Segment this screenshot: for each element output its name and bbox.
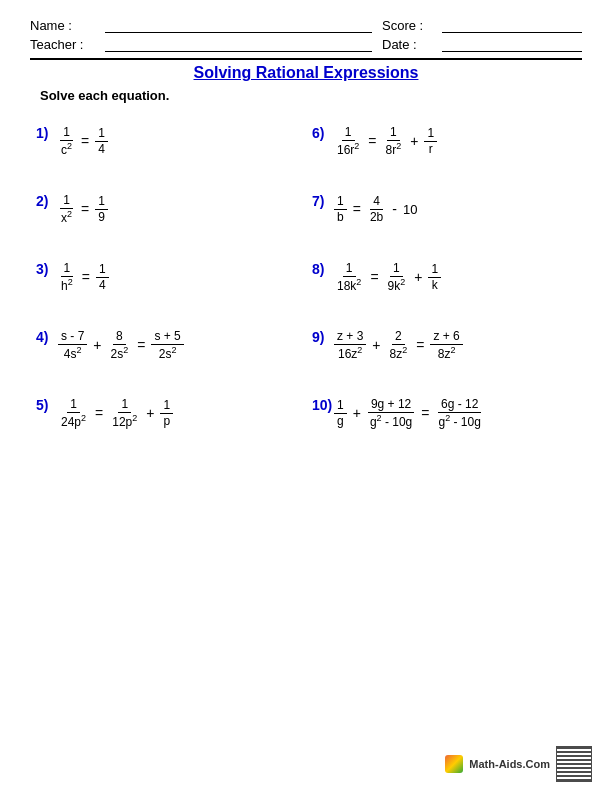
qr-code	[556, 746, 592, 782]
problem-9: 9) z + 3 16z2 + 2 8z2 = z + 6 8z2	[306, 311, 582, 379]
problem-8: 8) 1 18k2 = 1 9k2 + 1 k	[306, 243, 582, 311]
name-label: Name :	[30, 18, 95, 33]
problem-1-expr: 1 c2 = 1 4	[58, 125, 108, 157]
teacher-row: Teacher : Date :	[30, 37, 582, 52]
problem-9-expr: z + 3 16z2 + 2 8z2 = z + 6 8z2	[334, 329, 463, 361]
problem-6-number: 6)	[312, 117, 334, 141]
problem-6: 6) 1 16r2 = 1 8r2 + 1 r	[306, 107, 582, 175]
name-row: Name : Score :	[30, 18, 582, 33]
problem-4: 4) s - 7 4s2 + 8 2s2 = s + 5 2s2	[30, 311, 306, 379]
problem-2: 2) 1 x2 = 1 9	[30, 175, 306, 243]
problem-9-number: 9)	[312, 321, 334, 345]
problem-5-expr: 1 24p2 = 1 12p2 + 1 p	[58, 397, 173, 429]
problem-2-number: 2)	[36, 185, 58, 209]
frac-1-1: 1 c2	[58, 125, 75, 157]
logo-icon	[445, 755, 463, 773]
problem-7-number: 7)	[312, 185, 334, 209]
score-group: Score :	[382, 18, 582, 33]
name-line	[105, 19, 372, 33]
problem-2-expr: 1 x2 = 1 9	[58, 193, 108, 225]
footer-logo-text: Math-Aids.Com	[469, 758, 550, 770]
score-line	[442, 19, 582, 33]
problem-4-number: 4)	[36, 321, 58, 345]
date-group: Date :	[382, 37, 582, 52]
teacher-line	[105, 38, 372, 52]
date-line	[442, 38, 582, 52]
problem-10: 10) 1 g + 9g + 12 g2 - 10g = 6g - 12 g2 …	[306, 379, 582, 447]
problem-8-number: 8)	[312, 253, 334, 277]
problem-1: 1) 1 c2 = 1 4	[30, 107, 306, 175]
problems-grid: 1) 1 c2 = 1 4 6) 1 16r2 =	[30, 107, 582, 447]
problem-5-number: 5)	[36, 389, 58, 413]
problem-1-number: 1)	[36, 117, 58, 141]
teacher-label: Teacher :	[30, 37, 95, 52]
problem-10-number: 10)	[312, 389, 334, 413]
problem-3-number: 3)	[36, 253, 58, 277]
header-divider	[30, 58, 582, 60]
page: Name : Score : Teacher : Date : Solving …	[0, 0, 612, 792]
score-label: Score :	[382, 18, 432, 33]
problem-10-expr: 1 g + 9g + 12 g2 - 10g = 6g - 12 g2 - 10…	[334, 397, 484, 429]
problem-7: 7) 1 b = 4 2b - 10	[306, 175, 582, 243]
header-section: Name : Score : Teacher : Date :	[30, 18, 582, 52]
problem-6-expr: 1 16r2 = 1 8r2 + 1 r	[334, 125, 437, 157]
footer: Math-Aids.Com	[445, 746, 592, 782]
date-label: Date :	[382, 37, 432, 52]
frac-1-2: 1 4	[95, 126, 108, 156]
problem-3-expr: 1 h2 = 1 4	[58, 261, 109, 293]
problem-3: 3) 1 h2 = 1 4	[30, 243, 306, 311]
page-title: Solving Rational Expressions	[30, 64, 582, 82]
instructions: Solve each equation.	[40, 88, 582, 103]
problem-8-expr: 1 18k2 = 1 9k2 + 1 k	[334, 261, 441, 293]
problem-4-expr: s - 7 4s2 + 8 2s2 = s + 5 2s2	[58, 329, 184, 361]
problem-5: 5) 1 24p2 = 1 12p2 + 1 p	[30, 379, 306, 447]
problem-7-expr: 1 b = 4 2b - 10	[334, 194, 417, 224]
